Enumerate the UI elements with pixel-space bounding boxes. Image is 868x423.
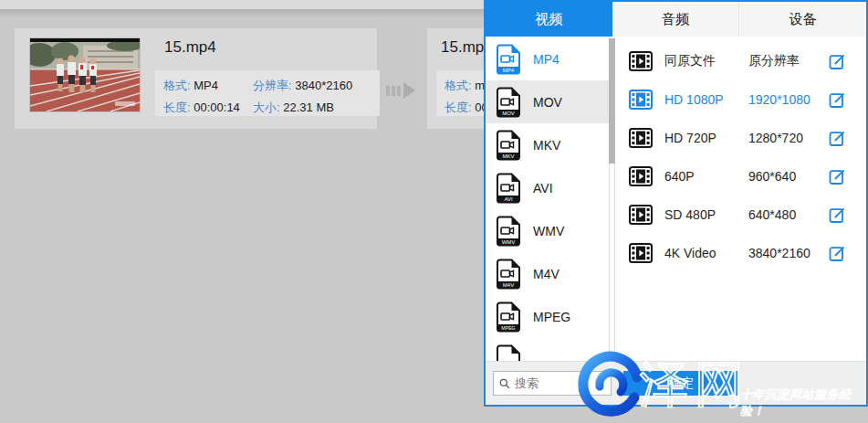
profile-row-4k[interactable]: 4K Video 3840*2160 [615,234,866,272]
search-box[interactable] [493,371,612,396]
film-icon [629,51,653,71]
profile-row-hd720p[interactable]: HD 720P 1280*720 [615,119,866,157]
file-card-source[interactable]: 15.mp4 格式: MP4 分辨率: 3840*2160 长度: 00:00:… [15,28,377,129]
svg-text:MPEG: MPEG [501,325,515,331]
file-type-icon: MOV [496,87,521,118]
video-thumbnail [30,38,140,111]
convert-arrow-icon [386,82,415,99]
format-item-avi[interactable]: AVI AVI [486,166,615,209]
profile-resolution: 1280*720 [748,131,829,145]
profile-row-source[interactable]: 同原文件 原分辨率 [615,42,866,80]
profile-name: 640P [664,169,748,184]
file-type-icon: MP4 [496,44,521,75]
svg-text:WMV: WMV [502,239,516,245]
file-format: 格式: MP4 [163,78,253,94]
file-size: 大小: 22.31 MB [253,100,380,116]
svg-text:M4V: M4V [503,282,514,288]
profile-name: 同原文件 [664,53,748,69]
film-icon [629,90,653,110]
profile-name: HD 1080P [664,92,748,107]
format-label: M4V [533,267,559,281]
profile-resolution: 960*640 [748,169,829,184]
format-item-mov[interactable]: MOV MOV [486,80,615,123]
profile-resolution: 原分辨率 [748,53,829,69]
film-icon [629,243,653,263]
film-icon [629,128,653,148]
format-item-partial[interactable] [486,338,615,361]
file-info-panel: 格式: MP4 分辨率: 3840*2160 长度: 00:00:14 大小: … [155,70,380,116]
profile-row-640p[interactable]: 640P 960*640 [615,157,866,196]
file-length: 长度: 00:00:14 [163,100,253,116]
format-item-mpeg[interactable]: MPEG MPEG [486,295,615,338]
search-icon [499,377,510,390]
tab-audio[interactable]: 音频 [612,2,739,37]
edit-icon[interactable] [829,245,846,262]
format-list-scrollbar-thumb[interactable] [609,38,615,164]
file-type-icon [496,344,521,362]
file-type-icon: AVI [496,173,521,204]
popup-body: MP4 MP4 MOV MOV [486,37,866,361]
format-label: MP4 [533,52,559,67]
format-item-m4v[interactable]: M4V M4V [486,252,615,295]
tab-device[interactable]: 设备 [738,2,866,37]
profile-row-sd480p[interactable]: SD 480P 640*480 [615,196,866,234]
file-type-icon: MKV [496,130,521,161]
file-type-icon: WMV [496,216,521,247]
format-item-mkv[interactable]: MKV MKV [486,123,615,166]
profile-name: SD 480P [664,207,748,222]
format-list: MP4 MP4 MOV MOV [486,37,615,361]
svg-text:AVI: AVI [504,196,513,202]
format-label: AVI [533,181,553,196]
format-label: MOV [533,95,562,110]
edit-icon[interactable] [829,206,846,224]
svg-text:MP4: MP4 [503,68,515,73]
film-icon [629,166,653,186]
profile-resolution: 3840*2160 [748,246,829,260]
file-resolution: 分辨率: 3840*2160 [253,78,380,94]
file-name: 15.mp4 [164,38,216,57]
svg-text:MKV: MKV [502,153,514,159]
format-label: MKV [533,138,560,153]
profile-row-hd1080p[interactable]: HD 1080P 1920*1080 [615,80,866,119]
output-format-popup: 视频 音频 设备 MP4 MP4 [484,0,868,407]
format-item-mp4[interactable]: MP4 MP4 [486,37,615,80]
edit-icon[interactable] [829,91,846,109]
profile-name: HD 720P [664,131,748,145]
popup-bottom-bar: 确定 [486,361,866,405]
edit-icon[interactable] [829,53,846,70]
confirm-button[interactable]: 确定 [623,371,739,396]
profile-resolution: 1920*1080 [748,92,829,107]
profile-list: 同原文件 原分辨率 HD 1080P 1920*1080 [615,37,866,361]
format-item-wmv[interactable]: WMV WMV [486,209,615,252]
profile-name: 4K Video [664,246,748,260]
popup-tab-bar: 视频 音频 设备 [486,2,866,37]
app-window: { "labels": { "format": "格式:", "resoluti… [0,0,868,423]
tab-video[interactable]: 视频 [486,2,612,37]
edit-icon[interactable] [829,168,846,185]
edit-icon[interactable] [829,130,846,147]
file-type-icon: MPEG [496,301,521,333]
svg-text:MOV: MOV [502,111,515,116]
search-input[interactable] [515,376,605,390]
format-label: MPEG [533,310,570,324]
film-icon [629,205,653,225]
profile-resolution: 640*480 [748,207,829,222]
format-label: WMV [533,224,564,238]
file-type-icon: M4V [496,259,521,290]
